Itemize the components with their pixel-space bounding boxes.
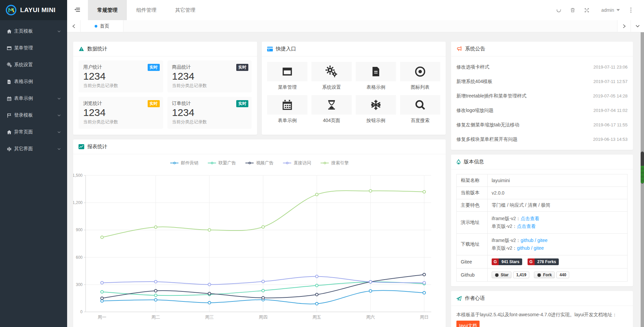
sidebar-item-system-settings[interactable]: 系统设置 [0,56,67,73]
sidebar-item-login-templates[interactable]: 登录模板 [0,107,67,124]
link-separator: / [534,238,538,243]
notice-date: 2019-06-13 14:53 [593,137,628,142]
notice-item[interactable]: 新增treetable插件和菜单管理样式 2019-07-05 14:28 [456,89,628,103]
quick-entry-menu[interactable]: 菜单管理 [267,62,307,90]
clear-cache-icon[interactable] [566,7,580,13]
legend-item[interactable]: 搜索引擎 [320,160,349,166]
nav-tab-components[interactable]: 组件管理 [127,0,166,20]
status-badge: 实时 [148,100,160,107]
sidebar-item-error-pages[interactable]: 异常页面 [0,124,67,140]
user-menu[interactable]: admin [601,7,620,13]
demo-iframe-link[interactable]: 点击查看 [521,216,539,221]
home-icon [7,29,14,34]
gitee-stars-badge[interactable]: G941 Stars [492,258,522,265]
panel-author: 作者心语 本模板基于layui2.5.4以及font-awesome-4.7.0… [451,291,633,327]
notice-date: 2019-07-05 14:28 [593,93,628,98]
scrollbar-thumb[interactable] [641,152,644,183]
panel-version: 版本信息 框架名称 layuimini 当前版本 v2.0.0 主要特色 [451,155,633,286]
warning-triangle-icon [79,46,84,51]
sidebar-item-form-demo[interactable]: 表单示例 [0,90,67,107]
svg-text:1,200: 1,200 [73,200,83,205]
legend-item[interactable]: 视频广告 [245,160,274,166]
collapse-sidebar-icon[interactable] [67,0,88,20]
quick-entry-buttons[interactable]: 按钮示例 [356,95,396,124]
layui-doc-badge[interactable]: layui文档 [456,321,480,327]
sidebar-item-other-ui[interactable]: 其它界面 [0,140,67,157]
svg-text:300: 300 [76,282,83,287]
gears-icon [7,62,14,68]
sidebar-item-menu-management[interactable]: 菜单管理 [0,40,67,56]
svg-text:周六: 周六 [366,315,375,320]
notice-date: 2019-07-04 11:02 [593,108,628,113]
chevron-down-icon [57,29,61,33]
panel-notices: 系统公告 修改选项卡样式 2019-07-11 23:06 新增系统404模板 … [451,42,633,150]
sidebar-item-table-demo[interactable]: 表格示例 [0,73,67,90]
github-fork-count[interactable]: 440 [556,272,569,278]
svg-text:600: 600 [76,255,83,260]
quick-entry-settings[interactable]: 系统设置 [311,62,352,90]
notice-item[interactable]: 新增系统404模板 2019-07-11 12:57 [456,74,628,89]
caret-down-icon [616,9,620,11]
quick-entry-form[interactable]: 表单示例 [267,95,307,124]
author-line-1: 本模板基于layui2.5.4以及font-awesome-4.7.0进行实现。… [456,311,628,319]
notice-item[interactable]: 修改logo缩放问题 2019-07-04 11:02 [456,103,628,118]
tab-scroll-left-icon[interactable] [67,20,81,32]
calendar-icon [7,96,14,101]
svg-text:1,500: 1,500 [73,173,83,178]
tab-scroll-right-icon[interactable] [617,20,631,32]
svg-text:0: 0 [80,310,83,314]
legend-item[interactable]: 邮件营销 [170,160,198,166]
file-icon [7,79,14,84]
chart-legend[interactable]: 邮件营销联盟广告视频广告直接访问搜索引擎 [78,156,441,168]
home-icon [7,130,14,135]
quick-entry-404[interactable]: 404页面 [311,95,352,124]
notice-item[interactable]: 修复左侧菜单缩放tab无法移动 2019-06-17 11:55 [456,118,628,132]
github-fork-button[interactable]: Fork [534,272,555,278]
panel-title: 快捷入口 [276,46,296,52]
notice-item[interactable]: 修复多模块菜单栏展开有问题 2019-06-13 14:53 [456,132,628,147]
quick-entry-icons[interactable]: 图标列表 [400,62,440,90]
stat-card-orders: 订单统计 1234 当前分类总记录数 实时 [167,97,252,129]
panel-title: 版本信息 [464,159,484,165]
report-chart: 03006009001,2001,500周一周二周三周四周五周六周日 [78,168,440,326]
quick-entry-baidu-search[interactable]: 百度搜索 [400,95,440,124]
paper-plane-icon [456,296,462,301]
nav-tab-other[interactable]: 其它管理 [166,0,205,20]
stat-card-views: 浏览统计 1234 当前分类总记录数 实时 [79,97,163,129]
top-header: 常规管理 组件管理 其它管理 admin [67,0,644,20]
tab-home[interactable]: 首页 [81,20,123,32]
download-github-link[interactable]: github [521,238,533,243]
notice-item[interactable]: 修改选项卡样式 2019-07-11 23:06 [456,60,628,74]
legend-item[interactable]: 直接访问 [283,160,311,166]
bullhorn-icon [456,46,462,52]
search-icon [414,99,426,111]
snowflake-icon [370,99,382,111]
download-gitee-link[interactable]: gitee [537,238,547,243]
chevron-down-icon [57,147,61,151]
download-gitee-link[interactable]: gitee [534,245,544,251]
panel-title: 报表统计 [87,144,107,150]
snowflake-icon [7,147,14,152]
nav-tab-general[interactable]: 常规管理 [88,0,127,20]
github-star-button[interactable]: Star [492,272,511,278]
svg-text:周四: 周四 [259,315,267,320]
more-options-icon[interactable] [626,7,636,13]
status-badge: 实时 [236,64,248,71]
legend-item[interactable]: 联盟广告 [208,160,236,166]
header-nav: 常规管理 组件管理 其它管理 [88,0,205,20]
sidebar-menu: 主页模板 菜单管理 系统设置 表格示例 表单示例 登录模板 异常页面 [0,20,67,157]
tab-actions-dropdown-icon[interactable] [631,20,644,32]
sidebar-item-home-templates[interactable]: 主页模板 [0,23,67,40]
app-title: LAYUI MINI [20,6,56,14]
demo-spa-link[interactable]: 点击查看 [517,223,536,229]
panel-title: 作者心语 [465,295,485,301]
hourglass-icon [326,99,337,111]
download-github-link[interactable]: github [517,245,530,251]
gitee-forks-badge[interactable]: G278 Forks [528,258,559,265]
github-star-count[interactable]: 1,419 [513,272,529,278]
chevron-down-icon [57,113,61,117]
app-logo[interactable]: LAYUI MINI [0,0,67,20]
quick-entry-table[interactable]: 表格示例 [356,62,396,90]
fullscreen-icon[interactable] [580,8,594,13]
refresh-icon[interactable] [552,7,566,13]
